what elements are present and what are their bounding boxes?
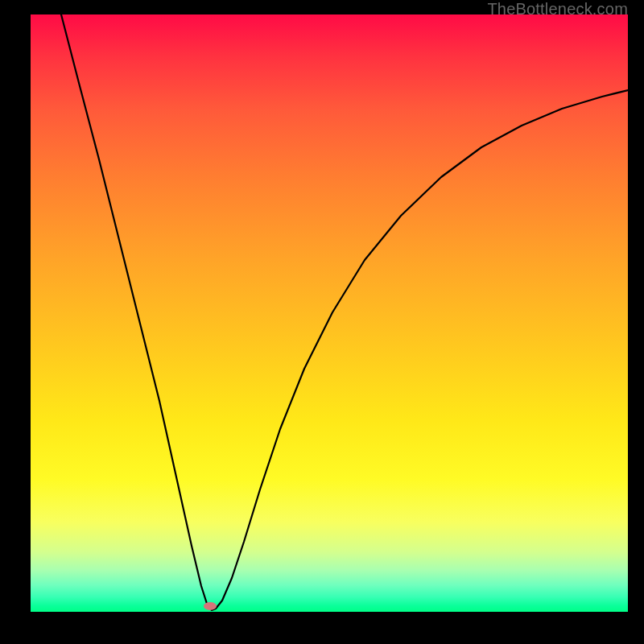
plot-area: [31, 14, 628, 612]
optimal-point-marker: [204, 602, 217, 610]
bottleneck-curve-path: [61, 14, 628, 610]
chart-container: TheBottleneck.com: [0, 0, 644, 644]
curve-svg: [31, 14, 628, 612]
